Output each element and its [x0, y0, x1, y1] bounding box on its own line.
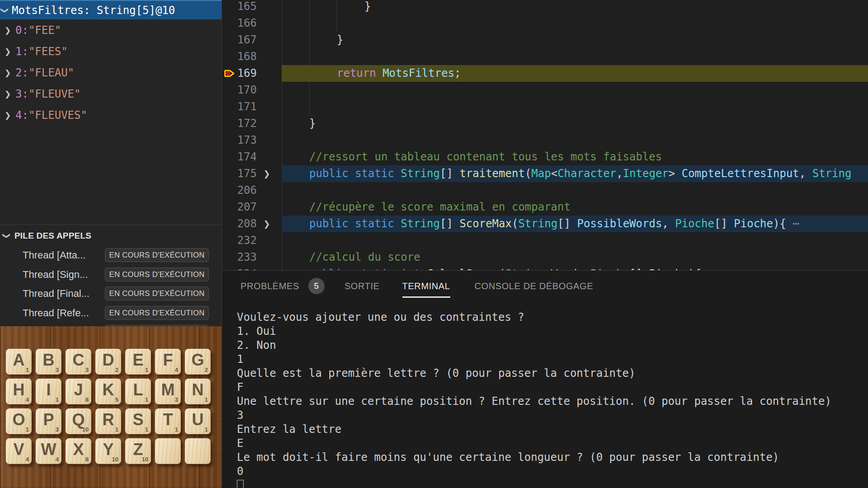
chevron-down-icon[interactable]: ❯ — [2, 232, 11, 240]
tile-blank[interactable] — [185, 438, 211, 464]
tile-N[interactable]: N1 — [185, 379, 211, 404]
tile-R[interactable]: R1 — [95, 408, 121, 434]
call-stack-thread-row[interactable]: Thread [Atta...EN COURS D'EXÉCUTION — [0, 246, 222, 265]
tile-value: 1 — [26, 366, 29, 373]
terminal-line: Une lettre sur une certaine position ? E… — [237, 394, 831, 408]
code-line: 170 — [222, 82, 868, 99]
variable-array-header[interactable]: ❯ MotsFiltres: String[5]@10 — [0, 0, 222, 19]
code-token: ){ — [773, 217, 793, 230]
tile-S[interactable]: S1 — [125, 408, 151, 434]
fold-chevron-icon[interactable]: ❯ — [262, 216, 272, 232]
tile-Y[interactable]: Y10 — [95, 438, 121, 464]
line-number[interactable]: 234 — [222, 266, 257, 270]
code-token: //récupère le score maximal en comparant — [309, 201, 571, 213]
code-token: } — [337, 33, 343, 46]
terminal-line: F — [237, 380, 831, 394]
line-number[interactable]: 169 — [222, 65, 257, 82]
tile-Q[interactable]: Q10 — [66, 408, 91, 434]
tile-I[interactable]: I1 — [36, 379, 61, 404]
code-token — [349, 167, 355, 180]
tile-H[interactable]: H4 — [6, 379, 32, 404]
tile-B[interactable]: B3 — [36, 349, 61, 375]
tile-P[interactable]: P3 — [36, 408, 61, 434]
variable-row[interactable]: ❯1: "FEES" — [0, 41, 222, 62]
tile-A[interactable]: A1 — [6, 349, 32, 375]
thread-status-badge: EN COURS D'EXÉCUTION — [105, 286, 209, 300]
line-number[interactable]: 208 — [222, 216, 257, 232]
variable-row[interactable]: ❯0: "FEE" — [0, 19, 222, 41]
line-number[interactable]: 174 — [222, 149, 257, 165]
variable-row[interactable]: ❯4: "FLEUVES" — [0, 104, 222, 126]
line-number[interactable]: 165 — [222, 0, 257, 15]
terminal-output[interactable]: Voulez-vous ajouter une ou des contraint… — [237, 310, 831, 488]
tile-T[interactable]: T1 — [155, 408, 181, 434]
line-number[interactable]: 166 — [222, 15, 257, 32]
code-line: 166 — [222, 15, 868, 32]
tile-X[interactable]: X8 — [66, 438, 91, 464]
tile-F[interactable]: F4 — [155, 349, 181, 375]
code-token — [394, 167, 401, 180]
call-stack-thread-row[interactable]: Thread [Sign...EN COURS D'EXÉCUTION — [0, 265, 222, 284]
tile-J[interactable]: J8 — [66, 379, 91, 404]
tab-sortie[interactable]: SORTIE — [344, 281, 380, 291]
chevron-right-icon[interactable]: ❯ — [4, 47, 12, 56]
terminal-cursor-line — [237, 479, 831, 488]
line-number[interactable]: 232 — [222, 232, 257, 249]
chevron-right-icon[interactable]: ❯ — [4, 89, 12, 99]
tile-G[interactable]: G2 — [185, 349, 211, 375]
tile-W[interactable]: W4 — [36, 438, 61, 464]
variable-row[interactable]: ❯3: "FLEUVE" — [0, 83, 222, 104]
panel-tab-bar: PROBLÈMES5SORTIETERMINALCONSOLE DE DÉBOG… — [222, 271, 593, 301]
tile-K[interactable]: K5 — [95, 379, 121, 404]
line-number[interactable]: 206 — [222, 182, 257, 199]
code-token: , — [799, 167, 812, 180]
tile-C[interactable]: C3 — [66, 349, 91, 375]
tab-terminal[interactable]: TERMINAL — [402, 281, 450, 291]
tile-L[interactable]: L1 — [125, 379, 151, 404]
tile-D[interactable]: D2 — [95, 349, 121, 375]
chevron-right-icon[interactable]: ❯ — [4, 26, 12, 35]
tile-Z[interactable]: Z10 — [125, 438, 151, 464]
code-token: traitement — [459, 167, 525, 180]
chevron-right-icon[interactable]: ❯ — [4, 111, 12, 120]
call-stack-section-header[interactable]: ❯ PILE DES APPELS — [0, 227, 222, 244]
code-token: [] — [440, 217, 459, 230]
tab-console-de-d-bogage[interactable]: CONSOLE DE DÉBOGAGE — [475, 281, 594, 291]
terminal-line: Entrez la lettre — [237, 422, 831, 436]
code-line: 233//calcul du score — [222, 249, 868, 266]
tile-M[interactable]: M3 — [155, 379, 181, 404]
code-token: Map — [531, 167, 551, 180]
tile-O[interactable]: O1 — [6, 408, 32, 434]
call-stack-thread-row[interactable]: Thread [Refe...EN COURS D'EXÉCUTION — [0, 304, 222, 323]
tile-V[interactable]: V4 — [6, 438, 32, 464]
code-token: > — [669, 167, 682, 180]
code-token: String — [812, 167, 852, 180]
chevron-right-icon[interactable]: ❯ — [4, 68, 12, 77]
code-editor[interactable]: 165}166167}168169return MotsFiltres;1701… — [222, 0, 868, 270]
code-token: , — [616, 167, 623, 180]
chevron-down-icon[interactable]: ❯ — [0, 6, 9, 14]
line-number[interactable]: 167 — [222, 32, 257, 48]
tile-value: 8 — [85, 456, 89, 463]
call-stack-thread-row[interactable]: Thread [Final...EN COURS D'EXÉCUTION — [0, 284, 222, 303]
line-number[interactable]: 207 — [222, 199, 257, 216]
code-text: public static int CalculScore(String Wor… — [309, 266, 701, 270]
code-token: } — [364, 0, 371, 13]
tile-blank[interactable] — [155, 438, 181, 464]
line-number[interactable]: 233 — [222, 249, 257, 266]
tile-U[interactable]: U1 — [185, 408, 211, 434]
code-text: //ressort un tableau contenant tous les … — [309, 149, 662, 165]
line-number[interactable]: 175 — [222, 165, 257, 182]
tile-E[interactable]: E1 — [125, 349, 151, 375]
tile-value: 1 — [175, 426, 178, 433]
variable-row[interactable]: ❯2: "FLEAU" — [0, 62, 222, 83]
line-number[interactable]: 172 — [222, 115, 257, 132]
fold-chevron-icon[interactable]: ❯ — [262, 165, 272, 182]
code-token: String — [518, 217, 557, 230]
code-line: 165} — [222, 0, 868, 15]
line-number[interactable]: 168 — [222, 48, 257, 65]
tab-probl-mes[interactable]: PROBLÈMES — [241, 281, 299, 291]
line-number[interactable]: 173 — [222, 132, 257, 149]
line-number[interactable]: 170 — [222, 82, 257, 99]
line-number[interactable]: 171 — [222, 99, 257, 115]
